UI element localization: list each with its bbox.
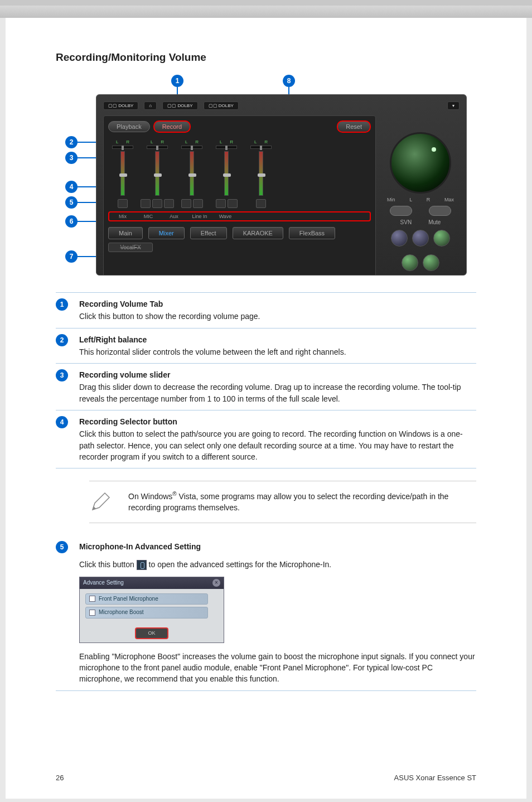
callout-2: 2 (65, 136, 78, 148)
left-callouts: 2 3 4 5 6 7 (65, 125, 93, 270)
home-icon[interactable]: ⌂ (144, 102, 157, 110)
item-title: Microphone-In Advanced Setting (79, 541, 476, 552)
r-label: R (427, 197, 431, 202)
opt-mic-boost[interactable]: Microphone Boost (85, 607, 208, 619)
label-wave: Wave (214, 214, 236, 219)
balance-slider[interactable] (181, 146, 202, 149)
l-label: L (409, 197, 412, 202)
nav-vocalfx[interactable]: VocalFX (108, 243, 153, 252)
collapse-icon[interactable]: ▾ (447, 102, 460, 110)
reset-button[interactable]: Reset (337, 120, 371, 133)
callout-7: 7 (65, 250, 78, 263)
mute-icon[interactable] (216, 199, 226, 208)
callout-3: 3 (65, 152, 78, 164)
desc-row-3: 3 Recording volume slider Drag this slid… (56, 363, 476, 410)
playback-tab[interactable]: Playback (108, 121, 150, 132)
record-tab[interactable]: Record (153, 120, 191, 133)
badge-4: 4 (56, 416, 68, 428)
dsp-btn-4[interactable] (402, 254, 418, 271)
item-title: Recording Volume Tab (79, 298, 476, 310)
note-box: On Windows® Vista, some programs may all… (89, 481, 476, 523)
volume-dial[interactable] (390, 132, 451, 194)
dolby-row: ▢▢ DOLBY ⌂ ▢▢ DOLBY ▢▢ DOLBY ▾ (103, 102, 460, 110)
ok-button[interactable]: OK (135, 627, 168, 639)
nav-main[interactable]: Main (108, 227, 143, 239)
mute-label: Mute (428, 219, 441, 225)
checkbox-icon[interactable] (89, 610, 95, 616)
balance-slider[interactable] (147, 146, 168, 149)
master-panel: Min L R Max SVN Mute (381, 115, 460, 276)
dolby-badge: ▢▢ DOLBY (204, 102, 239, 110)
select-icon[interactable] (193, 199, 203, 208)
label-mix: Mix (112, 214, 134, 219)
item-text: This horizontal slider controls the volu… (79, 347, 346, 356)
page-footer: 26 ASUS Xonar Essence ST (56, 774, 476, 782)
item-text: Click this button to show the recording … (79, 312, 260, 321)
mute-icon[interactable] (181, 199, 191, 208)
channel-aux: LR (180, 139, 204, 208)
label-aux: Aux (163, 214, 185, 219)
badge-3: 3 (56, 369, 68, 381)
section-title: Recording/Monitoring Volume (56, 51, 476, 64)
channel-mic: LR (145, 139, 170, 208)
badge-1: 1 (56, 298, 68, 311)
channel-mix: LR (110, 139, 135, 208)
opt-front-panel-mic[interactable]: Front Panel Microphone (85, 593, 208, 605)
volume-slider[interactable] (120, 151, 125, 196)
balance-slider[interactable] (112, 146, 133, 149)
select-icon[interactable] (152, 199, 162, 208)
svn-toggle[interactable] (390, 206, 412, 216)
desc-row-5: 5 Microphone-In Advanced Setting Click t… (56, 535, 476, 690)
channel-linein: LR (214, 139, 239, 208)
mute-icon[interactable] (256, 199, 266, 208)
mute-toggle[interactable] (429, 206, 451, 216)
dolby-badge: ▢▢ DOLBY (103, 102, 138, 110)
dsp-btn-1[interactable] (391, 230, 408, 247)
balance-slider[interactable] (216, 146, 237, 149)
nav-karaoke[interactable]: KARAOKE (233, 227, 283, 239)
item-lead-a: Click this button (79, 560, 137, 569)
description-table: 1 Recording Volume Tab Click this button… (56, 292, 476, 468)
volume-slider[interactable] (224, 151, 229, 196)
checkbox-icon[interactable] (89, 596, 95, 602)
callout-8: 8 (283, 75, 295, 87)
advance-setting-dialog: Advance Setting × Front Panel Microphone… (79, 577, 224, 643)
callout-6: 6 (65, 215, 78, 228)
volume-slider[interactable] (190, 151, 194, 196)
dsp-btn-3[interactable] (433, 230, 450, 247)
balance-slider[interactable] (250, 146, 272, 149)
nav-flexbass[interactable]: FlexBass (289, 227, 335, 239)
channel-labels: Mix MIC Aux Line In Wave (108, 211, 371, 221)
volume-slider[interactable] (155, 151, 159, 196)
volume-slider[interactable] (259, 151, 263, 196)
nav-mixer[interactable]: Mixer (148, 227, 185, 239)
product-name: ASUS Xonar Essence ST (394, 774, 476, 782)
opt-label: Microphone Boost (99, 608, 144, 617)
close-icon[interactable]: × (212, 579, 220, 587)
note-text: On Windows® Vista, some programs may all… (128, 490, 476, 513)
desc-row-4: 4 Recording Selector button Click this b… (56, 410, 476, 468)
label-linein: Line In (188, 214, 211, 219)
item-text: Click this button to select the path/sou… (79, 429, 463, 461)
desc-row-2: 2 Left/Right balance This horizontal sli… (56, 328, 476, 364)
badge-2: 2 (56, 334, 68, 346)
advanced-settings-icon[interactable] (137, 560, 147, 570)
dsp-btn-5[interactable] (423, 254, 439, 271)
callout-1: 1 (171, 75, 183, 87)
min-label: Min (387, 197, 395, 202)
advanced-icon[interactable] (164, 199, 174, 208)
mixer-panel: Playback Record Reset LR LR (103, 115, 376, 276)
item-title: Recording volume slider (79, 369, 476, 380)
nav-effect[interactable]: Effect (190, 227, 227, 239)
select-icon[interactable] (228, 199, 238, 208)
callout-5: 5 (65, 196, 78, 209)
badge-5: 5 (56, 541, 68, 553)
mute-icon[interactable] (118, 199, 128, 208)
channel-wave: LR (249, 139, 273, 208)
dsp-btn-2[interactable] (412, 230, 429, 247)
item-text: Drag this slider down to decrease the re… (79, 383, 461, 403)
item-text-2: Enabling "Microphone Boost" increases th… (79, 651, 476, 685)
mixer-screenshot: 1 8 2 3 4 5 6 7 ▢▢ DOLBY ⌂ ▢▢ DOLBY ▢▢ D… (65, 75, 467, 276)
pencil-icon (89, 491, 112, 513)
mute-icon[interactable] (141, 199, 151, 208)
